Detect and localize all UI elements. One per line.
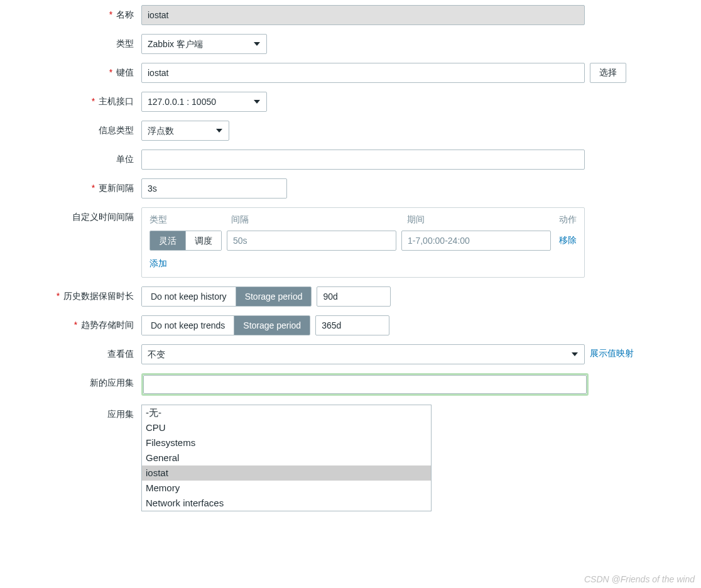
interval-input[interactable]: [227, 231, 396, 251]
seg-history-period[interactable]: Storage period: [236, 287, 312, 306]
label-host-interface: * 主机接口: [0, 92, 141, 107]
remove-interval-link[interactable]: 移除: [559, 235, 577, 246]
list-item[interactable]: iostat: [142, 466, 431, 481]
header-period: 期间: [407, 214, 545, 226]
label-units: 单位: [0, 150, 141, 165]
row-name: * 名称: [0, 5, 691, 25]
trends-value-input[interactable]: [315, 315, 389, 335]
interval-type-segment: 灵活 调度: [149, 231, 222, 251]
show-value-select[interactable]: 不变: [141, 344, 585, 364]
label-trends: * 趋势存储时间: [0, 315, 141, 331]
list-item[interactable]: -无-: [142, 405, 431, 420]
new-application-highlight: [141, 373, 589, 396]
row-host-interface: * 主机接口 127.0.0.1 : 10050: [0, 92, 691, 112]
label-applications: 应用集: [0, 405, 141, 420]
info-type-select[interactable]: 浮点数: [141, 121, 229, 141]
row-show-value: 查看值 不变 展示值映射: [0, 344, 691, 364]
history-segment: Do not keep history Storage period: [141, 286, 312, 307]
label-new-application: 新的应用集: [0, 373, 141, 389]
row-history: * 历史数据保留时长 Do not keep history Storage p…: [0, 286, 691, 307]
list-item[interactable]: Network interfaces: [142, 496, 431, 511]
host-interface-select[interactable]: 127.0.0.1 : 10050: [141, 92, 267, 112]
units-input[interactable]: [141, 150, 585, 170]
list-item[interactable]: CPU: [142, 420, 431, 435]
label-show-value: 查看值: [0, 344, 141, 360]
row-type: 类型 Zabbix 客户端: [0, 34, 691, 54]
row-units: 单位: [0, 150, 691, 170]
add-interval-link[interactable]: 添加: [149, 258, 167, 268]
label-history: * 历史数据保留时长: [0, 286, 141, 302]
item-form: * 名称 类型 Zabbix 客户端 * 键值 选择 * 主机接口 127.0.…: [0, 5, 691, 511]
seg-history-no[interactable]: Do not keep history: [142, 287, 236, 306]
row-custom-intervals: 自定义时间间隔 类型 间隔 期间 动作 灵活 调度 移除: [0, 207, 691, 278]
period-input[interactable]: [401, 231, 551, 251]
label-key: * 键值: [0, 63, 141, 79]
select-key-button[interactable]: 选择: [590, 63, 626, 83]
row-new-application: 新的应用集: [0, 373, 691, 396]
custom-intervals-panel: 类型 间隔 期间 动作 灵活 调度 移除 添加: [141, 207, 585, 278]
header-type: 类型: [149, 214, 231, 226]
key-input[interactable]: [141, 63, 585, 83]
header-action: 动作: [545, 214, 577, 226]
update-interval-input[interactable]: [141, 178, 287, 199]
row-info-type: 信息类型 浮点数: [0, 121, 691, 141]
list-item[interactable]: OS: [142, 511, 431, 511]
history-value-input[interactable]: [317, 286, 391, 307]
trends-segment: Do not keep trends Storage period: [141, 315, 310, 335]
list-item[interactable]: Filesystems: [142, 435, 431, 450]
header-interval: 间隔: [231, 214, 407, 226]
new-application-input[interactable]: [143, 375, 587, 394]
seg-trends-period[interactable]: Storage period: [234, 316, 310, 335]
seg-scheduling[interactable]: 调度: [185, 231, 221, 250]
list-item[interactable]: Memory: [142, 481, 431, 496]
label-name: * 名称: [0, 5, 141, 21]
label-info-type: 信息类型: [0, 121, 141, 136]
applications-listbox[interactable]: -无-CPUFilesystemsGeneraliostatMemoryNetw…: [141, 405, 432, 511]
custom-intervals-header: 类型 间隔 期间 动作: [149, 214, 577, 226]
value-mappings-link[interactable]: 展示值映射: [590, 344, 634, 359]
list-item[interactable]: General: [142, 450, 431, 466]
row-key: * 键值 选择: [0, 63, 691, 83]
custom-interval-row: 灵活 调度 移除: [149, 231, 577, 251]
seg-trends-no[interactable]: Do not keep trends: [142, 316, 234, 335]
type-select[interactable]: Zabbix 客户端: [141, 34, 267, 54]
row-applications: 应用集 -无-CPUFilesystemsGeneraliostatMemory…: [0, 405, 691, 511]
label-update-interval: * 更新间隔: [0, 178, 141, 194]
row-update-interval: * 更新间隔: [0, 178, 691, 199]
label-type: 类型: [0, 34, 141, 50]
label-custom-intervals: 自定义时间间隔: [0, 207, 141, 223]
name-input[interactable]: [141, 5, 585, 25]
row-trends: * 趋势存储时间 Do not keep trends Storage peri…: [0, 315, 691, 335]
seg-flexible[interactable]: 灵活: [150, 231, 185, 250]
